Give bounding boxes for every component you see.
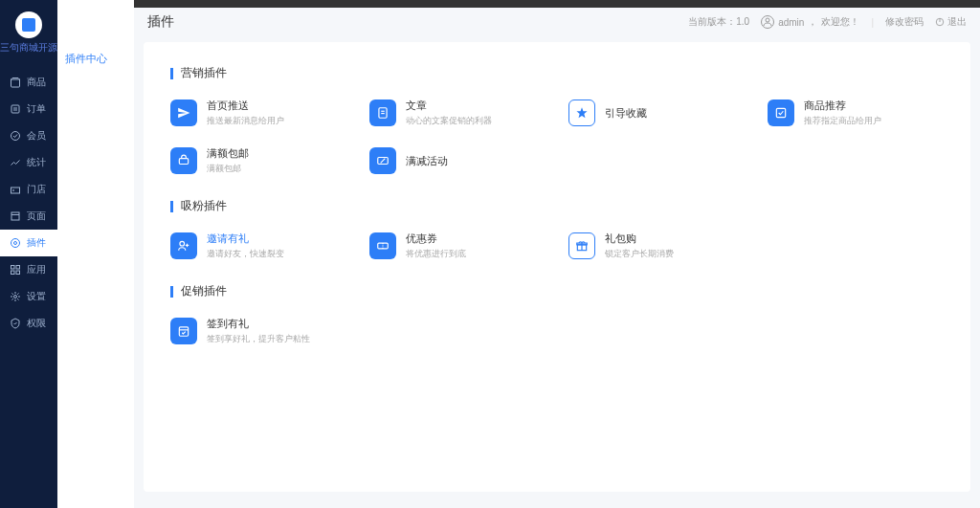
plugin-text: 礼包购锁定客户长期消费 xyxy=(605,232,674,260)
plugin-title: 满减活动 xyxy=(406,154,448,168)
nav-item-stats[interactable]: 统计 xyxy=(0,149,57,176)
plugin-icon xyxy=(10,237,21,249)
stats-icon xyxy=(10,157,21,168)
plugin-text: 邀请有礼邀请好友，快速裂变 xyxy=(207,232,284,260)
plugin-text: 文章动心的文案促销的利器 xyxy=(406,99,492,127)
plugin-discount[interactable]: 满减活动 xyxy=(369,146,546,175)
doc-icon xyxy=(369,99,396,126)
plugin-title: 优惠券 xyxy=(406,232,466,246)
plugin-desc: 满额包邮 xyxy=(207,163,249,175)
avatar-icon xyxy=(761,15,774,29)
sub-sidebar: 插件中心 xyxy=(57,0,134,508)
svg-rect-33 xyxy=(179,327,188,336)
order-icon xyxy=(10,103,21,115)
svg-point-9 xyxy=(11,239,20,248)
nav-item-app[interactable]: 应用 xyxy=(0,256,57,283)
member-icon xyxy=(10,130,21,142)
svg-rect-4 xyxy=(11,188,20,193)
svg-point-15 xyxy=(766,18,769,22)
logout-link[interactable]: 退出 xyxy=(935,15,967,29)
nav-item-page[interactable]: 页面 xyxy=(0,203,57,230)
main-sidebar: 三句商城开源 商品订单会员统计门店页面插件应用设置权限 xyxy=(0,0,57,508)
plugin-text: 签到有礼签到享好礼，提升客户粘性 xyxy=(207,317,310,345)
plugin-title: 礼包购 xyxy=(605,232,674,246)
section-title: 吸粉插件 xyxy=(181,198,227,214)
user-info[interactable]: admin，欢迎您！ xyxy=(761,15,859,29)
send-icon xyxy=(170,99,197,126)
version-info: 当前版本：1.0 xyxy=(688,15,749,29)
app-icon xyxy=(10,264,21,276)
auth-icon xyxy=(10,318,21,329)
nav-item-member[interactable]: 会员 xyxy=(0,122,57,149)
plugin-desc: 动心的文案促销的利器 xyxy=(406,115,492,127)
plugin-recommend[interactable]: 商品推荐推荐指定商品给用户 xyxy=(768,99,944,127)
settings-icon xyxy=(10,291,21,302)
invite-icon xyxy=(170,232,197,259)
section-0: 营销插件首页推送推送最新消息给用户文章动心的文案促销的利器引导收藏商品推荐推荐指… xyxy=(170,65,944,175)
svg-point-3 xyxy=(11,132,20,141)
nav-label: 权限 xyxy=(27,317,46,330)
svg-rect-11 xyxy=(16,266,20,270)
goods-icon xyxy=(10,77,21,88)
plugin-desc: 推送最新消息给用户 xyxy=(207,115,284,127)
logo-icon xyxy=(15,11,42,38)
plugin-desc: 邀请好友，快速裂变 xyxy=(207,248,284,260)
brand-label: 三句商城开源 xyxy=(0,42,57,54)
svg-rect-13 xyxy=(16,271,20,275)
accent-bar xyxy=(170,68,173,79)
nav-item-goods[interactable]: 商品 xyxy=(0,69,57,96)
nav-label: 插件 xyxy=(27,236,46,250)
nav-item-auth[interactable]: 权限 xyxy=(0,310,57,337)
plugin-checkin[interactable]: 签到有礼签到享好礼，提升客户粘性 xyxy=(170,317,346,345)
discount-icon xyxy=(369,147,396,174)
plugin-ship[interactable]: 满额包邮满额包邮 xyxy=(170,146,346,175)
plugin-title: 满额包邮 xyxy=(207,146,249,161)
nav-label: 门店 xyxy=(27,183,46,196)
separator: | xyxy=(871,17,874,28)
content-card: 营销插件首页推送推送最新消息给用户文章动心的文案促销的利器引导收藏商品推荐推荐指… xyxy=(144,42,970,492)
submenu-plugin-center[interactable]: 插件中心 xyxy=(57,46,134,72)
section-2: 促销插件签到有礼签到享好礼，提升客户粘性 xyxy=(170,283,944,345)
plugin-title: 签到有礼 xyxy=(207,317,310,331)
svg-rect-10 xyxy=(11,266,15,270)
section-1: 吸粉插件邀请有礼邀请好友，快速裂变优惠券将优惠进行到底礼包购锁定客户长期消费 xyxy=(170,198,944,260)
svg-point-14 xyxy=(14,296,17,298)
nav-item-plugin[interactable]: 插件 xyxy=(0,230,57,256)
star-icon xyxy=(568,99,595,126)
section-title: 促销插件 xyxy=(181,283,227,299)
plugin-title: 首页推送 xyxy=(207,99,284,113)
plugin-text: 引导收藏 xyxy=(605,106,647,121)
page-title: 插件 xyxy=(147,13,174,31)
plugin-text: 首页推送推送最新消息给用户 xyxy=(207,99,284,127)
plugin-gift[interactable]: 礼包购锁定客户长期消费 xyxy=(568,232,745,260)
plugin-doc[interactable]: 文章动心的文案促销的利器 xyxy=(369,99,546,127)
plugin-text: 满减活动 xyxy=(406,154,448,168)
nav-label: 会员 xyxy=(27,129,46,143)
store-icon xyxy=(10,184,21,195)
svg-rect-21 xyxy=(776,108,785,117)
gift-icon xyxy=(568,232,595,259)
accent-bar xyxy=(170,201,173,212)
plugin-send[interactable]: 首页推送推送最新消息给用户 xyxy=(170,99,346,127)
recommend-icon xyxy=(768,99,794,126)
plugin-star[interactable]: 引导收藏 xyxy=(568,99,745,127)
svg-rect-22 xyxy=(179,159,188,165)
plugin-title: 商品推荐 xyxy=(804,99,881,113)
nav-label: 设置 xyxy=(27,290,46,303)
plugin-text: 优惠券将优惠进行到底 xyxy=(406,232,466,260)
nav-item-order[interactable]: 订单 xyxy=(0,96,57,122)
nav-label: 页面 xyxy=(27,210,46,223)
nav-item-settings[interactable]: 设置 xyxy=(0,283,57,310)
nav-label: 订单 xyxy=(27,102,46,116)
ship-icon xyxy=(170,147,197,174)
plugin-desc: 锁定客户长期消费 xyxy=(605,248,674,260)
header-right: 当前版本：1.0 admin，欢迎您！ | 修改密码 退出 xyxy=(688,15,967,29)
nav-item-store[interactable]: 门店 xyxy=(0,176,57,203)
change-password-link[interactable]: 修改密码 xyxy=(885,15,924,29)
nav-label: 商品 xyxy=(27,76,46,89)
plugin-coupon[interactable]: 优惠券将优惠进行到底 xyxy=(369,232,546,260)
window-top-bar xyxy=(0,0,980,8)
plugin-text: 商品推荐推荐指定商品给用户 xyxy=(804,99,881,127)
plugin-title: 文章 xyxy=(406,99,492,113)
plugin-invite[interactable]: 邀请有礼邀请好友，快速裂变 xyxy=(170,232,346,260)
